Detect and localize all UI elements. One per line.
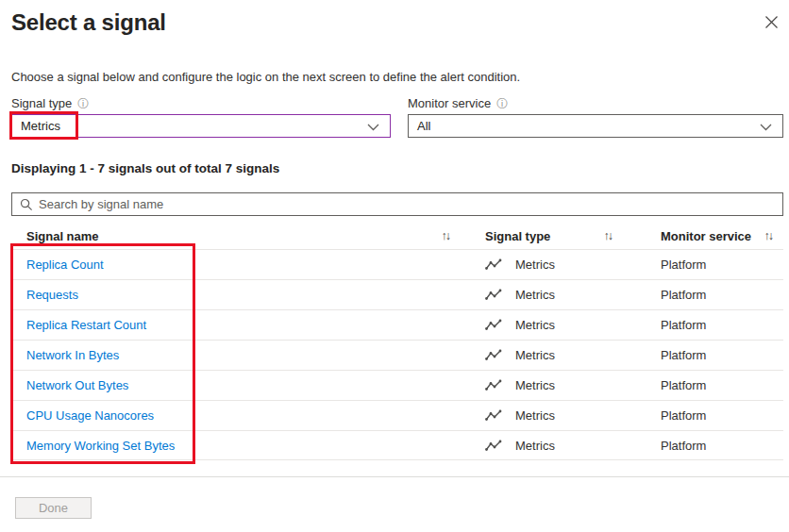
table-row: Network In Bytes Metrics Platform [11,340,783,370]
search-box[interactable] [11,192,783,216]
monitor-service-label: Monitor service ⓘ [408,96,508,110]
column-header-monitor-service: Monitor service [661,229,751,243]
sort-icon[interactable]: ↑↓ [764,229,775,242]
table-row: Replica Count Metrics Platform [11,249,783,279]
monitor-service-cell: Platform [661,288,706,302]
search-icon [20,198,33,211]
sort-icon[interactable]: ↑↓ [604,229,614,242]
signal-type-dropdown[interactable]: Metrics [11,114,391,138]
info-icon[interactable]: ⓘ [496,98,508,109]
metrics-chart-icon [485,258,502,271]
metrics-chart-icon [485,289,502,301]
signal-name-link[interactable]: Replica Restart Count [26,318,146,332]
metrics-chart-icon [485,349,502,361]
close-icon [764,15,779,29]
metrics-chart-icon [485,379,502,391]
monitor-service-cell: Platform [661,348,706,362]
select-signal-dialog: Select a signal Choose a signal below an… [0,0,789,532]
monitor-service-dropdown[interactable]: All [408,114,783,138]
page-title: Select a signal [11,9,166,36]
signal-type-cell: Metrics [515,408,555,423]
table-row: Memory Working Set Bytes Metrics Platfor… [11,430,783,460]
close-button[interactable] [759,9,783,34]
signal-type-cell: Metrics [515,288,555,302]
metrics-chart-icon [485,409,502,422]
signal-name-link[interactable]: Network In Bytes [26,348,119,362]
metrics-chart-icon [485,440,502,452]
table-row: Requests Metrics Platform [11,279,783,309]
signal-name-link[interactable]: Requests [26,288,78,302]
signal-name-link[interactable]: Network Out Bytes [26,378,128,392]
signal-type-value: Metrics [21,119,60,133]
search-input[interactable] [39,197,775,211]
signal-type-cell: Metrics [515,318,555,332]
signal-type-cell: Metrics [515,348,555,362]
column-header-signal-type: Signal type [485,229,550,243]
signal-type-cell: Metrics [515,258,555,272]
signal-name-link[interactable]: Memory Working Set Bytes [26,439,175,453]
monitor-service-cell: Platform [661,408,706,423]
table-row: Replica Restart Count Metrics Platform [11,309,783,340]
monitor-service-cell: Platform [661,439,706,453]
signal-name-link[interactable]: CPU Usage Nanocores [26,408,154,423]
sort-icon[interactable]: ↑↓ [442,229,452,242]
info-icon[interactable]: ⓘ [77,98,89,109]
table-body: Replica Count Metrics Platform Requests [11,249,783,460]
signal-type-cell: Metrics [515,439,555,453]
column-header-signal-name: Signal name [26,229,99,243]
table-row: CPU Usage Nanocores Metrics Platform [11,400,783,430]
done-button[interactable]: Done [15,497,92,519]
chevron-down-icon [367,124,379,131]
signal-type-label: Signal type ⓘ [11,96,89,110]
table-row: Network Out Bytes Metrics Platform [11,370,783,400]
footer-divider [0,476,789,477]
signal-name-link[interactable]: Replica Count [26,258,104,272]
monitor-service-cell: Platform [661,318,706,332]
monitor-service-cell: Platform [661,258,706,272]
table-header-row: Signal name ↑↓ Signal type ↑↓ Monitor se… [11,223,783,249]
metrics-chart-icon [485,319,502,331]
monitor-service-cell: Platform [661,378,706,392]
monitor-service-value: All [417,119,430,133]
dialog-description: Choose a signal below and configure the … [11,70,520,84]
signals-table: Signal name ↑↓ Signal type ↑↓ Monitor se… [11,223,783,460]
chevron-down-icon [760,124,772,131]
signal-type-cell: Metrics [515,378,555,392]
results-summary: Displaying 1 - 7 signals out of total 7 … [11,161,279,175]
